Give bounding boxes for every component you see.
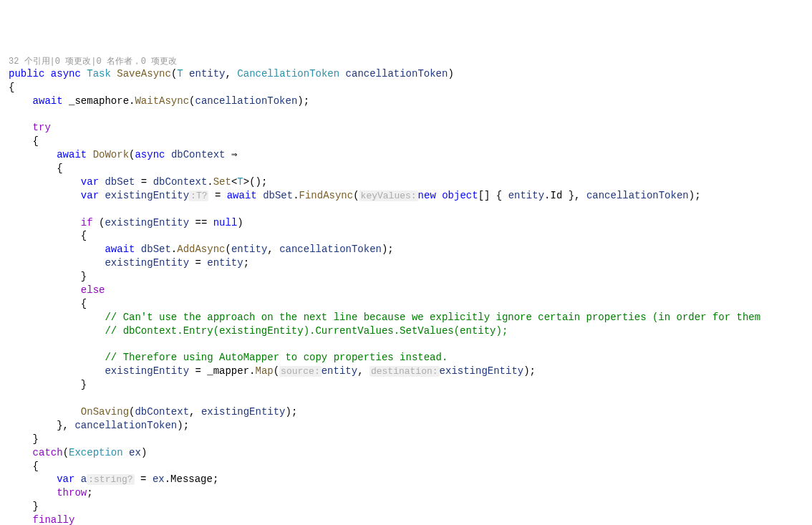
local-ex: ex (153, 473, 165, 485)
method-findasync: FindAsync (299, 190, 354, 201)
method-set: Set (213, 176, 231, 188)
param-cancellationtoken: cancellationToken (346, 68, 448, 80)
code-line (9, 203, 812, 216)
code-line: try (9, 121, 812, 135)
param-entity: entity (322, 365, 357, 377)
field-semaphore: _semaphore (69, 95, 129, 107)
param-dbcontext: dbContext (153, 176, 208, 188)
method-map: Map (255, 365, 273, 377)
code-line: { (9, 135, 812, 148)
local-a: a (81, 473, 87, 485)
keyword-async: async (51, 68, 81, 80)
code-line: await _semaphore.WaitAsync(cancellationT… (9, 95, 812, 108)
keyword-null: null (213, 217, 238, 228)
param-entity: entity (189, 68, 225, 80)
local-existingentity: existingEntity (105, 257, 189, 269)
keyword-async: async (135, 149, 165, 160)
inline-hint-string: :string? (87, 474, 134, 485)
code-line (9, 338, 812, 352)
type-cancellationtoken: CancellationToken (237, 68, 339, 80)
keyword-throw: throw (57, 487, 87, 498)
code-line: { (9, 297, 812, 311)
keyword-if: if (81, 217, 93, 228)
code-line: OnSaving(dbContext, existingEntity); (9, 405, 812, 419)
param-entity: entity (207, 257, 243, 269)
code-line: // Therefore using AutoMapper to copy pr… (9, 351, 812, 365)
local-dbset: dbSet (141, 244, 171, 255)
comment: // dbContext.Entry(existingEntity).Curre… (105, 325, 508, 337)
keyword-await: await (33, 95, 63, 107)
code-line: { (9, 81, 812, 95)
local-existingentity: existingEntity (440, 365, 524, 377)
inline-hint-type: :T? (189, 191, 208, 201)
keyword-public: public (9, 68, 44, 80)
inline-hint-destination: destination: (369, 366, 440, 377)
method-addasync: AddAsync (177, 244, 225, 255)
keyword-var: var (57, 473, 74, 485)
local-existingentity: existingEntity (105, 365, 189, 377)
code-line: { (9, 162, 812, 175)
code-line: existingEntity = entity; (9, 256, 812, 270)
code-line: } (9, 270, 812, 284)
keyword-catch: catch (33, 447, 63, 458)
method-waitasync: WaitAsync (135, 95, 189, 107)
code-line: catch(Exception ex) (9, 446, 812, 460)
code-line: var existingEntity:T? = await dbSet.Find… (9, 189, 812, 203)
comment: // Therefore using AutoMapper to copy pr… (105, 352, 448, 363)
prop-message: Message (170, 473, 213, 485)
type-t: T (237, 176, 243, 188)
keyword-object: object (442, 190, 478, 201)
local-existingentity: existingEntity (201, 406, 286, 418)
code-line: { (9, 229, 812, 243)
local-dbset: dbSet (263, 190, 293, 201)
code-line: } (9, 433, 812, 446)
type-exception: Exception (69, 447, 123, 458)
code-editor[interactable]: 32 个引用|0 项更改|0 名作者，0 项更改public async Tas… (9, 56, 812, 525)
method-onsaving: OnSaving (81, 406, 129, 418)
keyword-await: await (57, 149, 87, 160)
code-line: public async Task SaveAsync(T entity, Ca… (9, 67, 812, 81)
code-line: // Can't use the approach on the next li… (9, 311, 812, 324)
code-line: } (9, 378, 812, 392)
code-line: await DoWork(async dbContext ⇒ (9, 148, 812, 162)
param-ct: cancellationToken (586, 190, 689, 201)
field-mapper: _mapper (207, 365, 249, 377)
code-line: }, cancellationToken); (9, 419, 812, 433)
code-line: finally (9, 514, 812, 525)
code-line: await dbSet.AddAsync(entity, cancellatio… (9, 243, 812, 256)
param-dbcontext: dbContext (171, 149, 226, 160)
lambda-arrow: ⇒ (231, 149, 237, 160)
local-ex: ex (129, 447, 141, 458)
inline-hint-source: source: (279, 366, 322, 377)
code-line: { (9, 460, 812, 473)
keyword-await: await (105, 244, 135, 255)
method-dowork: DoWork (93, 149, 129, 160)
code-line: if (existingEntity == null) (9, 216, 812, 230)
param-ct: cancellationToken (195, 95, 297, 107)
code-line: // dbContext.Entry(existingEntity).Curre… (9, 324, 812, 338)
param-entity: entity (231, 244, 267, 255)
prop-id: Id (550, 190, 562, 201)
keyword-await: await (227, 190, 257, 201)
keyword-finally: finally (33, 514, 75, 525)
param-entity: entity (508, 190, 544, 201)
keyword-try: try (33, 122, 51, 133)
method-saveasync: SaveAsync (117, 68, 171, 80)
code-line: var a:string? = ex.Message; (9, 473, 812, 486)
keyword-var: var (81, 190, 99, 201)
param-ct: cancellationToken (279, 244, 382, 255)
code-line: } (9, 500, 812, 514)
code-line: throw; (9, 486, 812, 500)
code-line: var dbSet = dbContext.Set<T>(); (9, 175, 812, 189)
code-line: existingEntity = _mapper.Map(source:enti… (9, 365, 812, 378)
code-line (9, 392, 812, 405)
local-existingentity: existingEntity (105, 190, 189, 201)
keyword-var: var (81, 176, 99, 188)
inline-hint-keyvalues: keyValues: (359, 191, 418, 201)
keyword-new: new (418, 190, 436, 201)
codelens-info[interactable]: 32 个引用|0 项更改|0 名作者，0 项更改 (9, 56, 812, 67)
local-dbset: dbSet (105, 176, 135, 188)
type-t: T (177, 68, 183, 80)
local-existingentity: existingEntity (105, 217, 189, 228)
code-line: else (9, 284, 812, 297)
